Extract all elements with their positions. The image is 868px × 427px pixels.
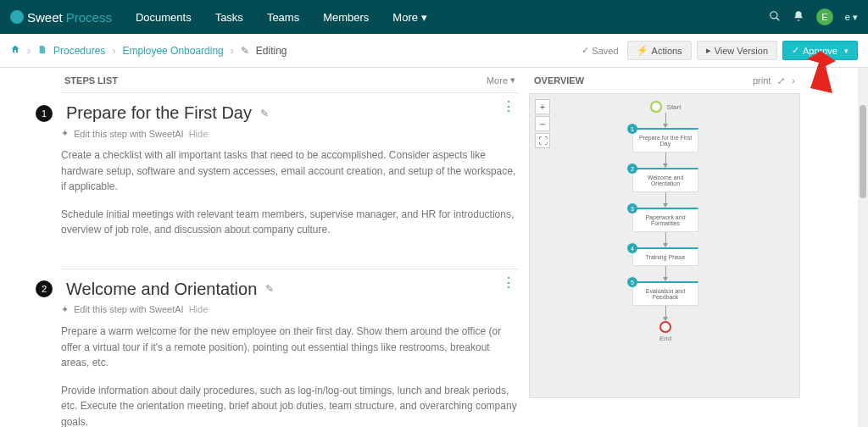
avatar[interactable]: E (816, 8, 833, 25)
flow-start-label: Start (667, 103, 682, 111)
zoom-in-button[interactable]: + (535, 99, 550, 114)
brand-main: Sweet (27, 10, 63, 25)
top-navbar: SweetProcess Documents Tasks Teams Membe… (0, 0, 868, 34)
flow-node[interactable]: 5 Evaluation and Feedback (632, 281, 698, 306)
user-menu[interactable]: e ▾ (845, 12, 858, 23)
nav-links: Documents Tasks Teams Members More ▾ (136, 11, 427, 24)
step-paragraph: Create a checklist with all important ta… (61, 147, 519, 195)
overview-label: OVERVIEW (534, 75, 584, 86)
chevron-down-icon: ▾ (844, 47, 849, 55)
breadcrumb: › Procedures › Employee Onboarding › ✎ E… (10, 44, 287, 57)
nav-right: E e ▾ (769, 8, 858, 25)
crumb-doc[interactable]: Employee Onboarding (122, 45, 223, 57)
brand-secondary: Process (66, 10, 112, 25)
pencil-icon: ✎ (241, 45, 249, 57)
approve-button[interactable]: ✓Approve▾ (782, 41, 858, 60)
nav-more[interactable]: More ▾ (392, 11, 426, 24)
nav-tasks[interactable]: Tasks (215, 11, 243, 24)
flow-node[interactable]: 4 Training Phase (632, 247, 698, 266)
step-menu-icon[interactable]: ⋮ (502, 281, 515, 285)
edit-with-ai-link[interactable]: Edit this step with SweetAI (74, 129, 184, 139)
step-menu-icon[interactable]: ⋮ (502, 105, 515, 108)
expand-icon[interactable]: ⤢ (777, 75, 785, 86)
flow-node[interactable]: 2 Welcome and Orientation (632, 168, 698, 192)
steps-more-menu[interactable]: More ▾ (487, 75, 515, 86)
hide-link[interactable]: Hide (189, 129, 209, 139)
home-icon[interactable] (10, 44, 20, 57)
check-icon: ✓ (792, 45, 799, 56)
step-paragraph: Provide information about daily procedur… (61, 383, 519, 427)
step-number-badge: 1 (36, 105, 53, 122)
pencil-icon[interactable]: ✎ (265, 283, 274, 295)
overview-panel: OVERVIEW print ⤢ › + − ⛶ Start 1 (529, 68, 800, 427)
page-scrollbar[interactable] (858, 68, 868, 427)
chevron-down-icon: ▾ (853, 12, 858, 22)
view-version-button[interactable]: ▸View Version (697, 41, 777, 60)
crumb-separator: › (27, 45, 31, 57)
chevron-down-icon: ▾ (421, 11, 427, 24)
steps-panel: STEPS LIST More ▾ ⋮ 1 Prepare for the Fi… (61, 68, 519, 427)
fit-button[interactable]: ⛶ (535, 133, 550, 148)
crumb-separator: › (231, 45, 234, 57)
actions-button[interactable]: ⚡Actions (627, 41, 692, 60)
brand[interactable]: SweetProcess (10, 10, 112, 25)
nav-members[interactable]: Members (323, 11, 369, 24)
step-item: ⋮ 2 Welcome and Orientation ✎ ✦ Edit thi… (61, 269, 519, 427)
flow-end-label: End (659, 335, 671, 342)
flow-node[interactable]: 1 Prepare for the First Day (632, 128, 698, 152)
flowchart: Start 1 Prepare for the First Day 2 Welc… (621, 101, 709, 342)
flow-end-node[interactable] (659, 321, 671, 333)
check-icon: ✓ (581, 45, 589, 56)
flowchart-canvas[interactable]: + − ⛶ Start 1 Prepare for the First Day … (529, 93, 800, 398)
svg-line-1 (776, 17, 780, 20)
bolt-icon: ⚡ (637, 45, 648, 56)
edit-with-ai-link[interactable]: Edit this step with SweetAI (74, 304, 184, 314)
play-icon: ▸ (706, 45, 711, 56)
chevron-right-icon[interactable]: › (792, 75, 795, 86)
sparkle-icon: ✦ (61, 128, 69, 139)
step-title[interactable]: Prepare for the First Day (66, 103, 252, 123)
subbar: › Procedures › Employee Onboarding › ✎ E… (0, 34, 868, 68)
crumb-separator: › (112, 45, 115, 57)
bell-icon[interactable] (793, 10, 804, 25)
step-title[interactable]: Welcome and Orientation (66, 280, 257, 299)
search-icon[interactable] (769, 10, 781, 25)
nav-documents[interactable]: Documents (136, 11, 192, 24)
step-paragraph: Prepare a warm welcome for the new emplo… (61, 324, 519, 371)
pencil-icon[interactable]: ✎ (260, 108, 269, 119)
file-icon (37, 45, 47, 57)
hide-link[interactable]: Hide (189, 304, 209, 314)
step-paragraph: Schedule initial meetings with relevant … (61, 207, 519, 238)
chevron-down-icon: ▾ (510, 75, 515, 86)
crumb-procedures[interactable]: Procedures (53, 45, 105, 57)
print-link[interactable]: print (753, 75, 771, 86)
step-item: ⋮ 1 Prepare for the First Day ✎ ✦ Edit t… (61, 93, 519, 269)
flow-node[interactable]: 3 Paperwork and Formalities (632, 208, 698, 232)
nav-teams[interactable]: Teams (267, 11, 299, 24)
sparkle-icon: ✦ (61, 304, 69, 315)
scrollbar-thumb[interactable] (860, 105, 866, 198)
step-body: Prepare a warm welcome for the new emplo… (61, 324, 519, 427)
step-number-badge: 2 (36, 280, 53, 297)
svg-point-0 (771, 11, 777, 18)
steps-list-label: STEPS LIST (64, 75, 118, 86)
zoom-out-button[interactable]: − (535, 116, 550, 131)
brand-icon (10, 10, 24, 24)
saved-status: ✓Saved (581, 45, 618, 56)
step-body: Create a checklist with all important ta… (61, 147, 519, 238)
flow-start-node[interactable] (650, 101, 662, 113)
crumb-editing: Editing (256, 45, 287, 57)
